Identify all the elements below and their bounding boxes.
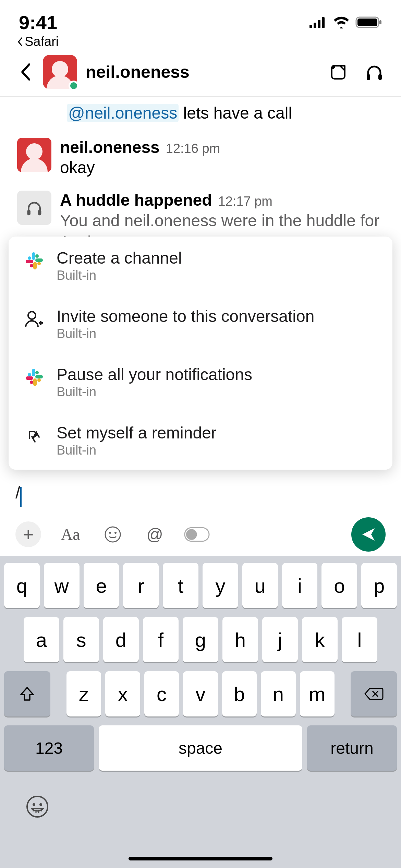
smiley-outline-icon: [26, 795, 49, 818]
backspace-icon: [364, 687, 384, 701]
format-button[interactable]: Aa: [58, 521, 83, 547]
key-h[interactable]: h: [222, 617, 258, 662]
send-button[interactable]: [351, 517, 386, 552]
svg-point-34: [109, 532, 111, 534]
attach-button[interactable]: +: [15, 521, 41, 547]
command-title: Pause all your notifications: [57, 365, 377, 384]
conversation-title[interactable]: neil.oneness: [86, 62, 320, 82]
key-u[interactable]: u: [242, 563, 278, 608]
command-subtitle: Built-in: [57, 443, 377, 458]
back-to-app[interactable]: Safari: [0, 34, 401, 55]
record-icon: [184, 527, 210, 542]
key-k[interactable]: k: [302, 617, 338, 662]
key-numbers[interactable]: 123: [4, 725, 94, 771]
svg-point-30: [37, 378, 41, 382]
command-pause-notifications[interactable]: Pause all your notifications Built-in: [9, 353, 392, 411]
key-o[interactable]: o: [321, 563, 357, 608]
svg-rect-27: [35, 375, 43, 378]
key-f[interactable]: f: [143, 617, 179, 662]
key-b[interactable]: b: [222, 671, 257, 716]
svg-point-32: [30, 381, 33, 384]
huddle-icon-box: [17, 191, 51, 225]
svg-rect-14: [32, 252, 35, 260]
key-return[interactable]: return: [307, 725, 397, 771]
key-g[interactable]: g: [183, 617, 218, 662]
headphones-icon: [25, 199, 43, 217]
back-button[interactable]: [17, 62, 34, 82]
header-avatar[interactable]: [43, 55, 77, 89]
key-q[interactable]: q: [4, 563, 40, 608]
key-j[interactable]: j: [262, 617, 298, 662]
key-s[interactable]: s: [63, 617, 99, 662]
keyboard-row-2: a s d f g h j k l: [0, 617, 401, 662]
svg-point-22: [28, 312, 36, 319]
key-i[interactable]: i: [282, 563, 318, 608]
key-c[interactable]: c: [144, 671, 179, 716]
huddle-time: 12:17 pm: [218, 194, 272, 209]
svg-point-15: [28, 256, 31, 260]
command-invite[interactable]: Invite someone to this conversation Buil…: [9, 295, 392, 353]
key-a[interactable]: a: [24, 617, 59, 662]
key-y[interactable]: y: [203, 563, 238, 608]
emoji-keyboard-button[interactable]: [24, 793, 51, 820]
composer: / + Aa @: [0, 480, 401, 560]
svg-rect-10: [367, 74, 370, 80]
chevron-left-icon: [20, 62, 32, 82]
key-shift[interactable]: [4, 671, 50, 716]
wifi-icon: [333, 16, 350, 28]
huddle-title: A huddle happened: [60, 191, 212, 209]
slack-icon: [24, 251, 45, 271]
mention[interactable]: @neil.oneness: [67, 104, 179, 122]
key-t[interactable]: t: [163, 563, 198, 608]
key-p[interactable]: p: [361, 563, 397, 608]
back-safari-link[interactable]: Safari: [17, 34, 59, 49]
text-cursor: [20, 487, 22, 507]
message-avatar[interactable]: [17, 138, 51, 172]
svg-point-42: [39, 803, 42, 806]
command-title: Invite someone to this conversation: [57, 307, 377, 326]
svg-rect-25: [32, 369, 35, 376]
svg-point-19: [37, 262, 41, 265]
slack-icon: [24, 367, 45, 388]
key-e[interactable]: e: [84, 563, 119, 608]
keyboard-bottom-row: [0, 780, 401, 820]
key-m[interactable]: m: [300, 671, 335, 716]
command-create-channel[interactable]: Create a channel Built-in: [9, 237, 392, 295]
slash-command-menu: Create a channel Built-in Invite someone…: [9, 237, 392, 470]
key-backspace[interactable]: [351, 671, 397, 716]
keyboard-row-3: z x c v b n m: [0, 671, 401, 716]
status-bar: 9:41: [0, 0, 401, 34]
reminder-icon: [24, 425, 45, 446]
key-space[interactable]: space: [99, 725, 302, 771]
command-subtitle: Built-in: [57, 326, 377, 341]
composer-toolbar: + Aa @: [0, 517, 401, 560]
svg-point-37: [186, 529, 197, 540]
key-d[interactable]: d: [103, 617, 139, 662]
svg-rect-31: [26, 376, 33, 380]
key-v[interactable]: v: [183, 671, 218, 716]
command-reminder[interactable]: Set myself a reminder Built-in: [9, 411, 392, 470]
key-z[interactable]: z: [66, 671, 101, 716]
key-r[interactable]: r: [123, 563, 159, 608]
record-button[interactable]: [184, 521, 210, 547]
key-l[interactable]: l: [342, 617, 377, 662]
previous-message: @neil.oneness lets have a call: [0, 97, 401, 133]
command-title: Create a channel: [57, 249, 377, 267]
message-input[interactable]: /: [0, 480, 401, 517]
message-sender[interactable]: neil.oneness: [60, 138, 160, 157]
key-x[interactable]: x: [105, 671, 140, 716]
message-time: 12:16 pm: [166, 141, 220, 156]
key-n[interactable]: n: [261, 671, 295, 716]
keyboard-row-4: 123 space return: [0, 725, 401, 771]
svg-point-35: [114, 532, 117, 534]
headphones-icon[interactable]: [365, 62, 384, 82]
emoji-button[interactable]: [100, 521, 125, 547]
battery-icon: [355, 16, 382, 29]
key-w[interactable]: w: [44, 563, 80, 608]
add-canvas-icon[interactable]: [328, 62, 348, 82]
conversation-header: neil.oneness: [0, 55, 401, 96]
home-indicator[interactable]: [129, 857, 272, 860]
shift-icon: [19, 686, 35, 702]
keyboard-row-1: q w e r t y u i o p: [0, 563, 401, 608]
mention-button[interactable]: @: [142, 521, 168, 547]
